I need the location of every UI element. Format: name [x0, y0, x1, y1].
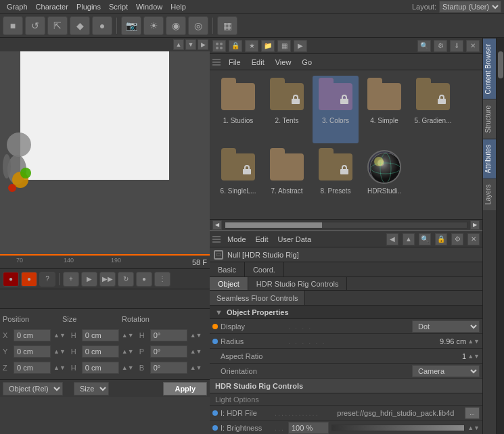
- attrs-search-btn[interactable]: 🔍: [419, 233, 431, 245]
- size-z-input[interactable]: [82, 362, 119, 374]
- folder-hdr-studio[interactable]: HDRStudi..: [361, 146, 407, 214]
- move-btn[interactable]: ⇱: [47, 16, 68, 35]
- rot-h-arrows[interactable]: ▲▼: [190, 332, 202, 339]
- browser-search-btn[interactable]: 🔍: [417, 40, 431, 52]
- viewport-nav-btn-3[interactable]: ▶: [198, 39, 208, 50]
- rot-b-input[interactable]: [150, 362, 187, 374]
- play2-btn[interactable]: ▶▶: [99, 272, 116, 287]
- layout-dropdown[interactable]: Startup (User): [439, 1, 501, 13]
- record-btn[interactable]: ●: [3, 272, 19, 287]
- subtab-object[interactable]: Object: [210, 277, 248, 290]
- attrs-lock-btn[interactable]: 🔒: [435, 233, 447, 245]
- vertical-scrollbar[interactable]: [496, 38, 504, 434]
- folder-tents[interactable]: 2. Tents: [264, 76, 310, 143]
- side-tab-layers[interactable]: Layers: [483, 178, 496, 210]
- radius-arrows[interactable]: ▲▼: [467, 338, 480, 345]
- browser-grid-btn[interactable]: ▦: [277, 40, 291, 52]
- size-x-input[interactable]: [82, 329, 119, 341]
- object-btn[interactable]: ◆: [70, 16, 90, 35]
- side-tab-attributes[interactable]: Attributes: [483, 139, 496, 178]
- folder-gradients[interactable]: 5. Gradien...: [410, 76, 456, 143]
- tab-basic[interactable]: Basic: [210, 262, 245, 276]
- size-z-arrows[interactable]: ▲▼: [122, 364, 134, 371]
- play-btn[interactable]: ▶: [81, 272, 97, 287]
- attrs-person-btn[interactable]: ▲: [403, 233, 415, 245]
- browser-go-menu[interactable]: Go: [299, 57, 315, 68]
- browser-lock-btn[interactable]: 🔒: [229, 40, 242, 52]
- attrs-close-btn[interactable]: ✕: [467, 233, 480, 245]
- camera-btn[interactable]: 📷: [121, 16, 141, 35]
- tab-coord[interactable]: Coord.: [245, 262, 284, 276]
- progress-left-btn[interactable]: ◀: [212, 220, 222, 230]
- folder-singlel[interactable]: 6. SingleL...: [215, 146, 261, 214]
- aspect-arrows[interactable]: ▲▼: [467, 353, 480, 360]
- browser-settings-btn[interactable]: ⚙: [434, 40, 447, 52]
- add-keyframe-btn[interactable]: +: [63, 272, 79, 287]
- rot-b-arrows[interactable]: ▲▼: [190, 364, 202, 371]
- grid-btn[interactable]: ▦: [217, 16, 237, 35]
- attrs-userdata-menu[interactable]: User Data: [275, 234, 315, 245]
- menu-plugins[interactable]: Plugins: [72, 0, 105, 14]
- display-dropdown[interactable]: Dot: [412, 320, 480, 333]
- rotate-btn[interactable]: ↺: [25, 16, 45, 35]
- brightness-slider[interactable]: [331, 425, 465, 431]
- size-y-arrows[interactable]: ▲▼: [122, 348, 134, 355]
- attrs-settings-btn[interactable]: ⚙: [451, 233, 463, 245]
- menu-graph[interactable]: Graph: [3, 0, 32, 14]
- brightness-input[interactable]: [288, 422, 329, 434]
- viewport-nav-btn-1[interactable]: ▲: [173, 39, 184, 50]
- browser-folder-btn[interactable]: 📁: [261, 40, 275, 52]
- apply-button[interactable]: Apply: [163, 382, 207, 395]
- pos-z-input[interactable]: [14, 362, 51, 374]
- rot-p-input[interactable]: [150, 345, 187, 358]
- folder-presets[interactable]: 8. Presets: [313, 146, 359, 214]
- attrs-mode-menu[interactable]: Mode: [225, 234, 249, 245]
- record-active-btn[interactable]: ●: [21, 272, 37, 287]
- subtab-hdr[interactable]: HDR Studio Rig Controls: [248, 277, 348, 290]
- folder-studios[interactable]: 1. Studios: [215, 76, 261, 143]
- pos-x-input[interactable]: 0 cm: [14, 329, 51, 341]
- rot-h-input[interactable]: [150, 329, 187, 341]
- grid2-btn[interactable]: ⋮: [154, 272, 170, 287]
- pos-x-arrows[interactable]: ▲▼: [53, 332, 66, 339]
- pos-z-arrows[interactable]: ▲▼: [53, 364, 66, 371]
- side-tab-structure[interactable]: Structure: [483, 99, 496, 139]
- record2-btn[interactable]: ●: [136, 272, 152, 287]
- eye-btn[interactable]: ◉: [166, 16, 186, 35]
- light-btn[interactable]: ☀: [143, 16, 164, 35]
- menu-character[interactable]: Character: [32, 0, 72, 14]
- viewport-nav-btn-2[interactable]: ▼: [185, 39, 196, 50]
- object-rel-dropdown[interactable]: Object (Rel): [3, 382, 63, 395]
- rot-p-arrows[interactable]: ▲▼: [190, 348, 202, 355]
- browser-nav-back[interactable]: ▶: [294, 40, 307, 52]
- browser-icons-left[interactable]: [212, 40, 226, 52]
- morph-btn[interactable]: ●: [92, 16, 112, 35]
- browser-star-btn[interactable]: ★: [245, 40, 258, 52]
- browser-file-menu[interactable]: File: [226, 57, 244, 68]
- browser-close-btn[interactable]: ✕: [466, 40, 480, 52]
- menu-help[interactable]: Help: [166, 0, 190, 14]
- progress-right-btn[interactable]: ▶: [470, 220, 480, 230]
- size-x-arrows[interactable]: ▲▼: [122, 332, 134, 339]
- cube-btn[interactable]: ■: [3, 16, 23, 35]
- folder-abstract[interactable]: 7. Abstract: [264, 146, 310, 214]
- folder-colors[interactable]: 3. Colors: [313, 76, 359, 143]
- pos-y-arrows[interactable]: ▲▼: [53, 348, 66, 355]
- browser-edit-menu[interactable]: Edit: [249, 57, 267, 68]
- side-tab-content-browser[interactable]: Content Browser: [483, 38, 496, 99]
- size-dropdown[interactable]: Size: [74, 382, 109, 395]
- browser-view-menu[interactable]: View: [273, 57, 294, 68]
- menu-window[interactable]: Window: [132, 0, 166, 14]
- scrollbar-thumb[interactable]: [498, 51, 503, 78]
- folder-simple[interactable]: 4. Simple: [361, 76, 407, 143]
- object-props-toggle[interactable]: ▼: [215, 308, 223, 316]
- bounce-btn[interactable]: ↻: [118, 272, 134, 287]
- orientation-dropdown[interactable]: Camera: [412, 365, 480, 377]
- brightness-arrows[interactable]: ▲▼: [467, 425, 480, 431]
- attrs-edit-menu[interactable]: Edit: [253, 234, 271, 245]
- seamless-floor-tab[interactable]: Seamless Floor Controls: [210, 291, 305, 305]
- size-y-input[interactable]: [82, 345, 119, 358]
- hdr-file-browse-btn[interactable]: ...: [465, 407, 480, 419]
- menu-script[interactable]: Script: [105, 0, 132, 14]
- help-btn[interactable]: ?: [39, 272, 55, 287]
